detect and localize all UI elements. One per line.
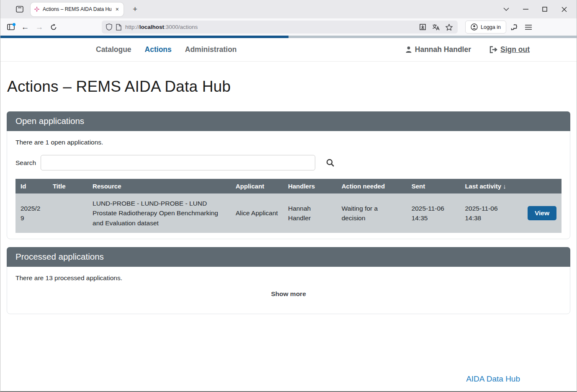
processed-applications-summary: There are 13 processed applications.: [15, 274, 562, 282]
cell-title: [48, 193, 88, 233]
col-id[interactable]: Id: [15, 179, 48, 193]
browser-window: Actions – REMS AIDA Data Hub × + ← →: [0, 0, 577, 392]
open-applications-table: Id Title Resource Applicant Handlers Act…: [15, 179, 562, 233]
cell-resource: LUND-PROBE - LUND-PROBE - LUND Prostate …: [88, 193, 231, 233]
col-last-activity[interactable]: Last activity ↓: [460, 179, 519, 193]
nav-administration[interactable]: Administration: [185, 45, 237, 54]
col-actions: [519, 179, 562, 193]
page-title: Actions – REMS AIDA Data Hub: [7, 78, 570, 95]
sidebar-icon[interactable]: [5, 21, 17, 33]
open-applications-panel: Open applications There are 1 open appli…: [7, 111, 570, 239]
tab-strip: Actions – REMS AIDA Data Hub × +: [0, 0, 577, 18]
browser-tab[interactable]: Actions – REMS AIDA Data Hub ×: [31, 3, 124, 16]
menu-hamburger-icon[interactable]: [522, 21, 535, 33]
close-window-button[interactable]: [557, 3, 571, 15]
search-label: Search: [15, 159, 35, 167]
col-title[interactable]: Title: [48, 179, 88, 193]
show-more-button[interactable]: Show more: [266, 288, 311, 300]
nav-catalogue[interactable]: Catalogue: [96, 45, 131, 54]
extensions-puzzle-icon[interactable]: [508, 21, 520, 33]
col-resource[interactable]: Resource: [88, 179, 231, 193]
downloads-icon[interactable]: [419, 23, 426, 31]
processed-applications-header: Processed applications: [7, 247, 570, 267]
browser-toolbar: ← → http://localhost:3000/actions: [0, 18, 577, 36]
reload-button[interactable]: [47, 21, 60, 33]
cell-sent: 2025-11-06 14:35: [407, 193, 460, 233]
search-icon: [326, 159, 334, 167]
search-button[interactable]: [323, 156, 337, 170]
nav-actions[interactable]: Actions: [145, 45, 172, 54]
open-applications-summary: There are 1 open applications.: [15, 139, 562, 146]
site-navbar: Catalogue Actions Administration Hannah …: [0, 38, 577, 62]
address-bar[interactable]: http://localhost:3000/actions: [102, 21, 458, 34]
url-text: http://localhost:3000/actions: [125, 24, 415, 30]
sign-out-button[interactable]: Sign out: [489, 45, 530, 54]
table-row[interactable]: 2025/29 LUND-PROBE - LUND-PROBE - LUND P…: [15, 193, 562, 233]
minimize-button[interactable]: [519, 3, 532, 15]
col-action-needed[interactable]: Action needed: [337, 179, 407, 193]
translate-icon[interactable]: [432, 24, 440, 31]
sign-out-icon: [489, 46, 497, 53]
progress-remaining: [288, 36, 577, 38]
back-button[interactable]: ←: [19, 21, 31, 33]
view-button[interactable]: View: [528, 206, 556, 220]
notification-dot: [13, 23, 15, 26]
cell-applicant: Alice Applicant: [231, 193, 283, 233]
cell-handlers: Hannah Handler: [283, 193, 337, 233]
footer-aida-link[interactable]: AIDA Data Hub: [466, 374, 520, 383]
table-header-row: Id Title Resource Applicant Handlers Act…: [15, 179, 562, 193]
firefox-view-icon[interactable]: [13, 3, 26, 15]
col-sent[interactable]: Sent: [407, 179, 460, 193]
page-info-icon[interactable]: [116, 24, 121, 31]
site-footer: AIDA Data Hub: [466, 374, 520, 384]
cell-action-needed: Waiting for a decision: [337, 193, 407, 233]
sort-desc-icon: ↓: [503, 183, 506, 190]
col-handlers[interactable]: Handlers: [283, 179, 337, 193]
person-icon: [405, 46, 412, 53]
open-applications-header: Open applications: [7, 111, 570, 131]
current-user: Hannah Handler: [405, 45, 471, 54]
cell-id: 2025/29: [15, 193, 48, 233]
shield-icon[interactable]: [106, 23, 112, 31]
tab-title: Actions – REMS AIDA Data Hub: [43, 6, 111, 12]
tab-close-icon[interactable]: ×: [114, 6, 120, 13]
browser-login-button[interactable]: Logga in: [465, 21, 506, 34]
new-tab-button[interactable]: +: [129, 5, 141, 14]
maximize-button[interactable]: [538, 3, 551, 15]
processed-applications-panel: Processed applications There are 13 proc…: [7, 247, 570, 314]
page-load-progress-bar: [0, 36, 577, 38]
forward-button[interactable]: →: [33, 21, 46, 33]
tab-favicon-sparkle-icon: [34, 6, 40, 12]
tab-list-chevron-icon[interactable]: [500, 3, 513, 15]
search-input[interactable]: [41, 155, 315, 170]
col-applicant[interactable]: Applicant: [231, 179, 283, 193]
bookmark-star-icon[interactable]: [446, 24, 453, 31]
cell-last-activity: 2025-11-06 14:38: [460, 193, 519, 233]
progress-complete: [0, 36, 288, 38]
